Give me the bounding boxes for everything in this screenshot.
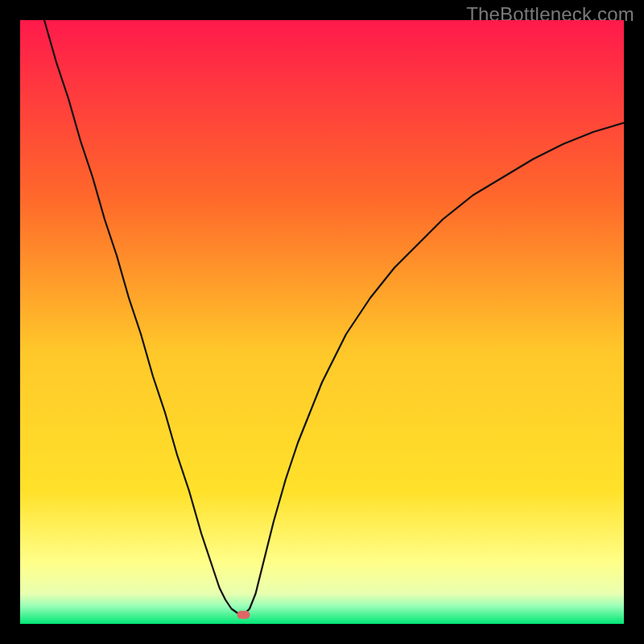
svg-rect-0 [237,611,250,619]
bottleneck-chart [20,20,624,624]
chart-frame: TheBottleneck.com [0,0,644,644]
gradient-background [20,20,624,624]
min-marker-icon [237,611,250,619]
